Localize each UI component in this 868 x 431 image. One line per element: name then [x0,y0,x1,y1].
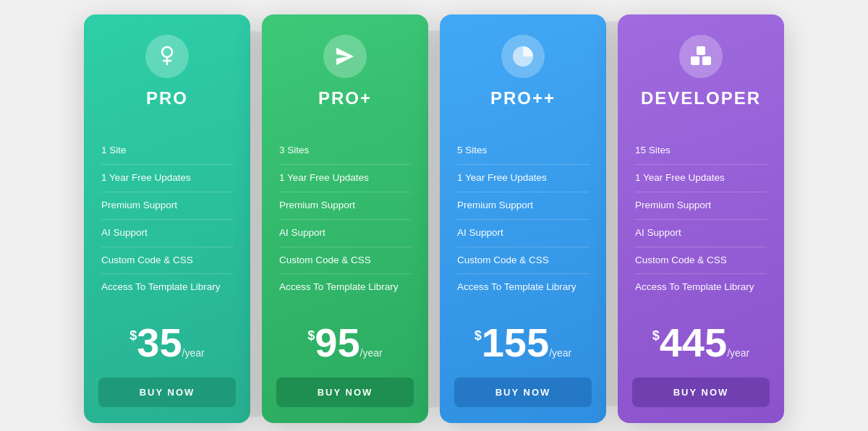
feature-item: 1 Year Free Updates [457,165,589,192]
feature-item: AI Support [635,220,767,247]
card-footer: BUY NOW [618,370,784,423]
card-body: 15 Sites 1 Year Free Updates Premium Sup… [618,123,784,308]
feature-item: Custom Code & CSS [101,247,233,275]
card-header: DEVELOPER [618,14,784,123]
card-footer: BUY NOW [262,370,428,423]
buy-now-button[interactable]: BUY NOW [632,377,770,407]
pricing-container: PRO 1 Site 1 Year Free Updates Premium S… [49,0,819,431]
feature-sites: 15 Sites [635,137,767,165]
feature-sites: 3 Sites [279,137,411,165]
card-header: PRO [84,14,250,123]
buy-now-button[interactable]: BUY NOW [454,377,592,407]
pricing-card-proplus: PRO+ 3 Sites 1 Year Free Updates Premium… [262,14,428,423]
card-title: PRO+ [318,88,372,108]
card-title: PRO [146,88,188,108]
card-price: $ 155 /year [440,308,606,370]
feature-item: Premium Support [101,192,233,220]
feature-item: AI Support [457,220,589,247]
card-icon-chart [501,35,545,78]
card-header: PRO+ [262,14,428,123]
feature-item: Access To Template Library [635,274,767,301]
feature-item: 1 Year Free Updates [635,165,767,192]
svg-rect-4 [691,56,699,65]
card-title: PRO++ [490,88,556,108]
pricing-card-pro: PRO 1 Site 1 Year Free Updates Premium S… [84,14,250,423]
card-icon-send [323,35,367,78]
buy-now-button[interactable]: BUY NOW [276,377,414,407]
price-period: /year [182,347,205,359]
price-dollar: $ [652,328,660,343]
card-price: $ 35 /year [84,308,250,370]
price-period: /year [549,347,571,359]
card-icon-blocks [679,35,723,78]
feature-item: Access To Template Library [457,274,589,301]
price-dollar: $ [129,328,137,343]
price-dollar: $ [475,328,482,343]
feature-item: AI Support [101,220,233,247]
feature-item: Access To Template Library [279,274,411,301]
price-dollar: $ [307,328,315,343]
feature-item: AI Support [279,220,411,247]
feature-item: Custom Code & CSS [457,247,589,275]
card-icon-tool [145,35,189,78]
card-price: $ 445 /year [618,308,784,370]
card-header: PRO++ [440,14,606,123]
price-period: /year [360,347,383,359]
feature-item: Custom Code & CSS [279,247,411,275]
price-period: /year [727,347,749,359]
feature-sites: 1 Site [101,137,233,165]
price-amount: 445 [660,323,727,363]
svg-rect-5 [702,56,711,65]
card-body: 3 Sites 1 Year Free Updates Premium Supp… [262,123,428,308]
pricing-card-proplusplus: PRO++ 5 Sites 1 Year Free Updates Premiu… [440,14,606,423]
price-amount: 95 [315,323,359,363]
feature-sites: 5 Sites [457,137,589,165]
feature-item: Premium Support [279,192,411,220]
pricing-card-developer: DEVELOPER 15 Sites 1 Year Free Updates P… [618,14,784,423]
buy-now-button[interactable]: BUY NOW [98,377,236,407]
feature-item: Custom Code & CSS [635,247,767,275]
svg-rect-6 [697,46,705,55]
feature-item: 1 Year Free Updates [279,165,411,192]
card-price: $ 95 /year [262,308,428,370]
price-amount: 35 [137,323,182,363]
feature-item: Access To Template Library [101,274,233,301]
feature-item: Premium Support [457,192,589,220]
card-footer: BUY NOW [440,370,606,423]
card-title: DEVELOPER [641,88,761,108]
card-body: 5 Sites 1 Year Free Updates Premium Supp… [440,123,606,308]
feature-item: Premium Support [635,192,767,220]
price-amount: 155 [482,323,549,363]
feature-item: 1 Year Free Updates [101,165,233,192]
card-footer: BUY NOW [84,370,250,423]
card-body: 1 Site 1 Year Free Updates Premium Suppo… [84,123,250,308]
svg-marker-3 [336,48,354,65]
